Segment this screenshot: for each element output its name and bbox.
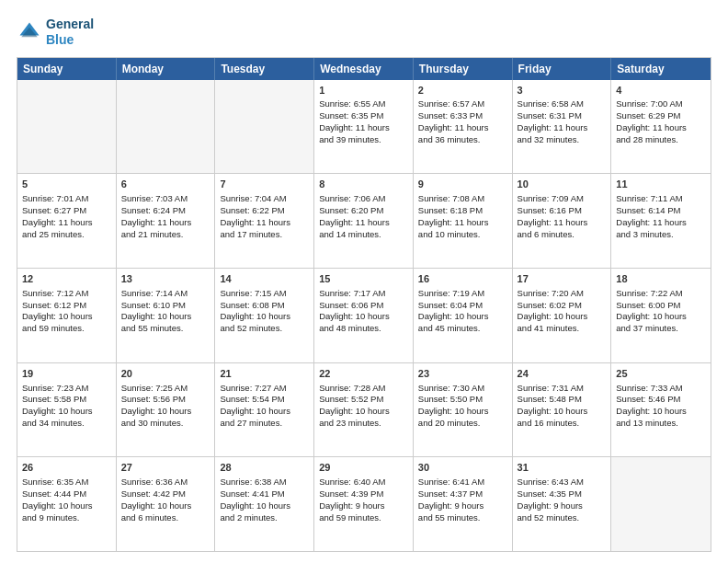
calendar-cell [117, 80, 216, 174]
calendar-cell: 15Sunrise: 7:17 AMSunset: 6:06 PMDayligh… [314, 269, 414, 362]
cell-info: Sunrise: 6:40 AMSunset: 4:39 PMDaylight:… [319, 477, 408, 523]
weekday-header-sunday: Sunday [17, 58, 117, 80]
cell-info: Sunrise: 7:04 AMSunset: 6:22 PMDaylight:… [220, 193, 309, 240]
day-number: 9 [418, 178, 507, 191]
cell-info: Sunrise: 6:38 AMSunset: 4:41 PMDaylight:… [220, 477, 309, 523]
page: General Blue SundayMondayTuesdayWednesda… [0, 0, 728, 563]
cell-info: Sunrise: 7:06 AMSunset: 6:20 PMDaylight:… [319, 193, 408, 240]
cell-info: Sunrise: 7:09 AMSunset: 6:16 PMDaylight:… [518, 193, 607, 240]
cell-info: Sunrise: 6:35 AMSunset: 4:44 PMDaylight:… [22, 477, 111, 523]
day-number: 14 [220, 272, 309, 286]
cell-info: Sunrise: 6:55 AMSunset: 6:35 PMDaylight:… [319, 98, 408, 145]
calendar-cell: 13Sunrise: 7:14 AMSunset: 6:10 PMDayligh… [117, 269, 216, 362]
day-number: 29 [319, 461, 408, 475]
weekday-header-tuesday: Tuesday [215, 58, 314, 80]
cell-info: Sunrise: 6:41 AMSunset: 4:37 PMDaylight:… [418, 477, 507, 523]
calendar-cell: 31Sunrise: 6:43 AMSunset: 4:35 PMDayligh… [513, 457, 612, 551]
logo: General Blue [17, 17, 94, 48]
calendar-cell: 26Sunrise: 6:35 AMSunset: 4:44 PMDayligh… [17, 457, 117, 551]
calendar-cell: 12Sunrise: 7:12 AMSunset: 6:12 PMDayligh… [17, 269, 117, 362]
cell-info: Sunrise: 6:43 AMSunset: 4:35 PMDaylight:… [518, 477, 607, 523]
day-number: 11 [616, 178, 706, 191]
day-number: 5 [22, 178, 111, 191]
cell-info: Sunrise: 6:58 AMSunset: 6:31 PMDaylight:… [518, 98, 607, 145]
weekday-header-friday: Friday [513, 58, 612, 80]
day-number: 28 [220, 461, 309, 475]
cell-info: Sunrise: 7:00 AMSunset: 6:29 PMDaylight:… [616, 98, 706, 145]
cell-info: Sunrise: 7:12 AMSunset: 6:12 PMDaylight:… [22, 288, 111, 335]
calendar-cell: 11Sunrise: 7:11 AMSunset: 6:14 PMDayligh… [611, 174, 711, 268]
day-number: 19 [22, 367, 111, 381]
calendar-cell: 20Sunrise: 7:25 AMSunset: 5:56 PMDayligh… [117, 363, 216, 457]
cell-info: Sunrise: 7:31 AMSunset: 5:48 PMDaylight:… [518, 383, 607, 430]
calendar-cell: 19Sunrise: 7:23 AMSunset: 5:58 PMDayligh… [17, 363, 117, 457]
weekday-header-saturday: Saturday [611, 58, 711, 80]
calendar-cell: 14Sunrise: 7:15 AMSunset: 6:08 PMDayligh… [215, 269, 314, 362]
calendar-header: SundayMondayTuesdayWednesdayThursdayFrid… [17, 58, 711, 80]
cell-info: Sunrise: 7:03 AMSunset: 6:24 PMDaylight:… [121, 193, 210, 240]
calendar-row-2: 5Sunrise: 7:01 AMSunset: 6:27 PMDaylight… [17, 173, 711, 268]
weekday-header-monday: Monday [117, 58, 216, 80]
cell-info: Sunrise: 7:28 AMSunset: 5:52 PMDaylight:… [319, 383, 408, 430]
weekday-header-thursday: Thursday [414, 58, 513, 80]
day-number: 6 [121, 178, 210, 191]
day-number: 4 [616, 84, 706, 98]
calendar-cell: 8Sunrise: 7:06 AMSunset: 6:20 PMDaylight… [314, 174, 414, 268]
calendar-cell: 22Sunrise: 7:28 AMSunset: 5:52 PMDayligh… [314, 363, 414, 457]
day-number: 2 [418, 84, 507, 98]
day-number: 15 [319, 272, 408, 286]
cell-info: Sunrise: 7:15 AMSunset: 6:08 PMDaylight:… [220, 288, 309, 335]
calendar-cell [17, 80, 117, 174]
calendar-cell: 24Sunrise: 7:31 AMSunset: 5:48 PMDayligh… [513, 363, 612, 457]
day-number: 16 [418, 272, 507, 286]
calendar-cell: 16Sunrise: 7:19 AMSunset: 6:04 PMDayligh… [414, 269, 513, 362]
day-number: 20 [121, 367, 210, 381]
day-number: 12 [22, 272, 111, 286]
calendar-cell: 3Sunrise: 6:58 AMSunset: 6:31 PMDaylight… [513, 80, 612, 174]
calendar-row-1: 1Sunrise: 6:55 AMSunset: 6:35 PMDaylight… [17, 80, 711, 174]
logo-icon [17, 19, 42, 45]
calendar: SundayMondayTuesdayWednesdayThursdayFrid… [17, 57, 711, 552]
calendar-cell: 21Sunrise: 7:27 AMSunset: 5:54 PMDayligh… [215, 363, 314, 457]
cell-info: Sunrise: 7:11 AMSunset: 6:14 PMDaylight:… [616, 193, 706, 240]
calendar-cell: 18Sunrise: 7:22 AMSunset: 6:00 PMDayligh… [611, 269, 711, 362]
day-number: 17 [518, 272, 607, 286]
calendar-cell: 30Sunrise: 6:41 AMSunset: 4:37 PMDayligh… [414, 457, 513, 551]
cell-info: Sunrise: 7:20 AMSunset: 6:02 PMDaylight:… [518, 288, 607, 335]
calendar-cell: 27Sunrise: 6:36 AMSunset: 4:42 PMDayligh… [117, 457, 216, 551]
day-number: 24 [518, 367, 607, 381]
calendar-cell [611, 457, 711, 551]
day-number: 10 [518, 178, 607, 191]
calendar-cell: 5Sunrise: 7:01 AMSunset: 6:27 PMDaylight… [17, 174, 117, 268]
calendar-cell: 10Sunrise: 7:09 AMSunset: 6:16 PMDayligh… [513, 174, 612, 268]
cell-info: Sunrise: 7:27 AMSunset: 5:54 PMDaylight:… [220, 383, 309, 430]
calendar-cell: 9Sunrise: 7:08 AMSunset: 6:18 PMDaylight… [414, 174, 513, 268]
calendar-body: 1Sunrise: 6:55 AMSunset: 6:35 PMDaylight… [17, 80, 711, 551]
calendar-cell [215, 80, 314, 174]
cell-info: Sunrise: 7:22 AMSunset: 6:00 PMDaylight:… [616, 288, 706, 335]
cell-info: Sunrise: 7:33 AMSunset: 5:46 PMDaylight:… [616, 383, 706, 430]
cell-info: Sunrise: 7:19 AMSunset: 6:04 PMDaylight:… [418, 288, 507, 335]
day-number: 31 [518, 461, 607, 475]
cell-info: Sunrise: 7:14 AMSunset: 6:10 PMDaylight:… [121, 288, 210, 335]
cell-info: Sunrise: 7:25 AMSunset: 5:56 PMDaylight:… [121, 383, 210, 430]
cell-info: Sunrise: 7:01 AMSunset: 6:27 PMDaylight:… [22, 193, 111, 240]
header: General Blue [17, 17, 711, 48]
calendar-cell: 4Sunrise: 7:00 AMSunset: 6:29 PMDaylight… [611, 80, 711, 174]
day-number: 25 [616, 367, 706, 381]
day-number: 8 [319, 178, 408, 191]
cell-info: Sunrise: 7:30 AMSunset: 5:50 PMDaylight:… [418, 383, 507, 430]
calendar-row-4: 19Sunrise: 7:23 AMSunset: 5:58 PMDayligh… [17, 362, 711, 457]
calendar-cell: 28Sunrise: 6:38 AMSunset: 4:41 PMDayligh… [215, 457, 314, 551]
calendar-cell: 1Sunrise: 6:55 AMSunset: 6:35 PMDaylight… [314, 80, 414, 174]
cell-info: Sunrise: 7:08 AMSunset: 6:18 PMDaylight:… [418, 193, 507, 240]
day-number: 3 [518, 84, 607, 98]
day-number: 22 [319, 367, 408, 381]
logo-name-blue: Blue [46, 32, 94, 48]
cell-info: Sunrise: 6:36 AMSunset: 4:42 PMDaylight:… [121, 477, 210, 523]
calendar-row-3: 12Sunrise: 7:12 AMSunset: 6:12 PMDayligh… [17, 268, 711, 362]
day-number: 21 [220, 367, 309, 381]
cell-info: Sunrise: 7:23 AMSunset: 5:58 PMDaylight:… [22, 383, 111, 430]
day-number: 30 [418, 461, 507, 475]
weekday-header-wednesday: Wednesday [314, 58, 414, 80]
